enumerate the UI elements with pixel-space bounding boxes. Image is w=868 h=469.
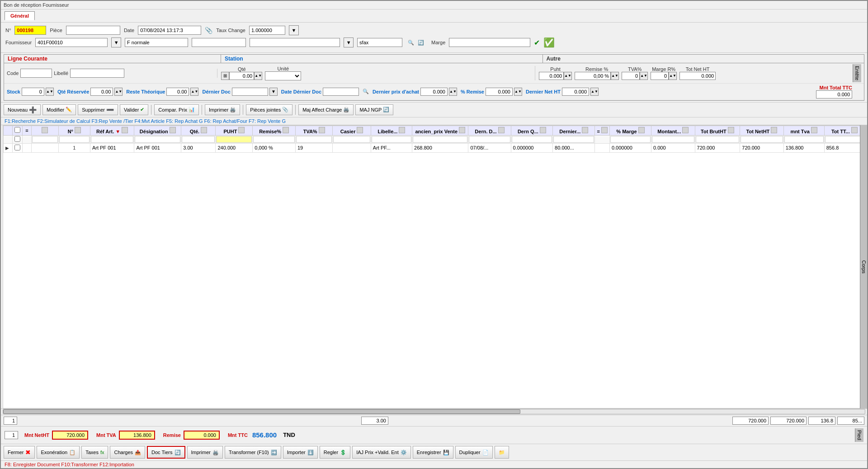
filter-btn2[interactable]	[75, 127, 81, 133]
select-all-checkbox[interactable]	[14, 127, 20, 133]
pct-remise-input[interactable]	[486, 88, 513, 96]
filter-input-ref[interactable]	[91, 136, 133, 143]
transformer-btn[interactable]: Transformer (F10) ➡️	[225, 446, 281, 459]
sum-mnt-netht[interactable]	[52, 431, 88, 440]
filter-btn11[interactable]	[459, 127, 465, 133]
date-dern-input[interactable]	[323, 88, 359, 96]
pct-remise-spin-btn[interactable]: ▲▼	[514, 88, 522, 96]
dernier-prix-link[interactable]: Dernier prix d'achat	[373, 89, 419, 94]
empty2-dropdown-btn[interactable]: ▼	[344, 38, 354, 47]
h-scroll-track[interactable]	[3, 409, 865, 414]
qte-copy-btn[interactable]: ⊞	[221, 72, 229, 80]
filter-btn19[interactable]	[811, 127, 817, 133]
imprimer-action-btn[interactable]: Imprimer 🖨️	[187, 446, 223, 459]
cell-remise[interactable]: 0,000 %	[253, 143, 296, 152]
filter-input-dern-q[interactable]	[512, 136, 552, 143]
cell-tot-brut[interactable]: 720.000	[695, 143, 740, 152]
taux-dropdown-btn[interactable]: ▼	[289, 25, 299, 35]
filter-input-libelle[interactable]	[372, 136, 411, 143]
stock-link[interactable]: Stock	[7, 89, 20, 94]
fournisseur-input[interactable]	[35, 38, 108, 47]
code-input[interactable]	[20, 69, 52, 78]
filter-input-tot-net[interactable]	[741, 136, 783, 143]
ft-mnt-tva[interactable]	[808, 417, 835, 425]
qte-spin-btn[interactable]: ▲▼	[254, 72, 262, 80]
numero-input[interactable]	[14, 26, 46, 35]
pieces-jointes-btn[interactable]: Pièces jointes 📎	[246, 104, 292, 115]
marge-r-input[interactable]	[651, 72, 669, 80]
qte-res-link[interactable]: Qté Réservée	[57, 89, 89, 94]
maj-affect-btn[interactable]: Maj Affect Charge 🖨️	[298, 104, 354, 115]
doc-tiers-btn[interactable]: Doc Tiers 🔄	[147, 446, 185, 459]
mnt-total-input[interactable]	[816, 90, 852, 98]
dernier-prix-input[interactable]	[420, 88, 448, 96]
filter-input-tva[interactable]	[296, 136, 332, 143]
cell-tot-tt[interactable]: 856.8	[824, 143, 864, 152]
ft-tot-tt[interactable]	[837, 417, 864, 425]
fermer-btn[interactable]: Fermer ✖	[4, 446, 35, 459]
cell-dern-q[interactable]: 0.000000	[511, 143, 553, 152]
puht-input[interactable]	[539, 72, 564, 80]
importer-btn[interactable]: Importer ⬇️	[283, 446, 318, 459]
expand-icon[interactable]: ▶	[5, 145, 9, 150]
filter-input-marge[interactable]	[610, 136, 651, 143]
th-col-filter1[interactable]	[32, 126, 59, 135]
pct-remise-link[interactable]: % Remise	[461, 89, 484, 94]
filter-btn17[interactable]	[728, 127, 734, 133]
filter-btn14[interactable]	[582, 127, 588, 133]
marge-input[interactable]	[449, 38, 530, 47]
cell-montant[interactable]: 0.000	[651, 143, 695, 152]
filter-input-qte[interactable]	[182, 136, 215, 143]
unite-select[interactable]	[265, 71, 301, 80]
enregistrer-btn[interactable]: Enregistrer 💾	[413, 446, 453, 459]
tva-spin-btn[interactable]: ▲▼	[640, 72, 648, 80]
tot-net-input[interactable]	[679, 72, 716, 80]
filter-btn7[interactable]	[283, 127, 289, 133]
cell-tva[interactable]: 19	[295, 143, 333, 152]
reste-spin-btn[interactable]: ▲▼	[190, 88, 198, 96]
filter-btn18[interactable]	[771, 127, 777, 133]
table-row[interactable]: ▶ 1 Art PF 001 Art PF 001 3.00 240.000 0…	[4, 143, 865, 152]
filter-btn20[interactable]	[851, 127, 858, 133]
cell-puht[interactable]: 240.000	[216, 143, 253, 152]
cell-ancien-prix[interactable]: 268.800	[412, 143, 468, 152]
cell-dern-d[interactable]: 07/08/...	[468, 143, 511, 152]
h-scroll-thumb[interactable]	[3, 409, 520, 414]
dupliquer-btn[interactable]: Dupliquer 📄	[455, 446, 493, 459]
piece-input[interactable]	[66, 26, 120, 35]
fournisseur-dropdown-btn[interactable]: ▼	[111, 38, 121, 47]
dern-doc-link[interactable]: Dérnier Doc	[202, 89, 230, 94]
imprimer-btn[interactable]: Imprimer 🖨️	[205, 104, 240, 115]
filter-btn12[interactable]	[498, 127, 505, 133]
ft-tot-net[interactable]	[770, 417, 807, 425]
cell-qte[interactable]: 3.00	[181, 143, 216, 152]
qte-res-spin-btn[interactable]: ▲▼	[114, 88, 123, 96]
cell-pct-marge[interactable]: 0.000000	[609, 143, 651, 152]
filter-btn-eq[interactable]	[601, 127, 608, 133]
nouveau-btn[interactable]: Nouveau ➕	[4, 104, 41, 115]
search-icon[interactable]: 🔍	[408, 40, 414, 46]
charges-btn[interactable]: Charges 📤	[110, 446, 145, 459]
filter-input-1[interactable]	[32, 136, 58, 143]
remise-spin-btn[interactable]: ▲▼	[611, 72, 619, 80]
lc-search-icon[interactable]: 🔍	[363, 89, 369, 94]
filter-input-mnt-tva[interactable]	[784, 136, 824, 143]
cell-designation[interactable]: Art PF 001	[134, 143, 181, 152]
ft-qty[interactable]	[361, 417, 388, 425]
supprimer-btn[interactable]: Supprimer ➖	[78, 104, 118, 115]
cell-dernier[interactable]: 80.000...	[553, 143, 595, 152]
filter-btn5[interactable]	[201, 127, 207, 133]
filter-input-dernier[interactable]	[553, 136, 594, 143]
filter-btn10[interactable]	[399, 127, 405, 133]
compar-prix-btn[interactable]: Compar. Prix 📊	[154, 104, 199, 115]
filter-btn3[interactable]	[122, 127, 128, 133]
tab-general[interactable]: Général	[5, 11, 35, 20]
filter-input-ancien[interactable]	[413, 136, 467, 143]
maj-ngp-btn[interactable]: MAJ NGP 🔄	[355, 104, 393, 115]
refresh-icon[interactable]: 🔄	[418, 40, 424, 46]
filter-input-puht[interactable]	[216, 136, 252, 143]
sum-remise[interactable]	[184, 431, 220, 440]
filter-input-des[interactable]	[135, 136, 180, 143]
fnorm-input[interactable]	[125, 38, 188, 47]
dern-doc-input[interactable]	[232, 88, 268, 96]
